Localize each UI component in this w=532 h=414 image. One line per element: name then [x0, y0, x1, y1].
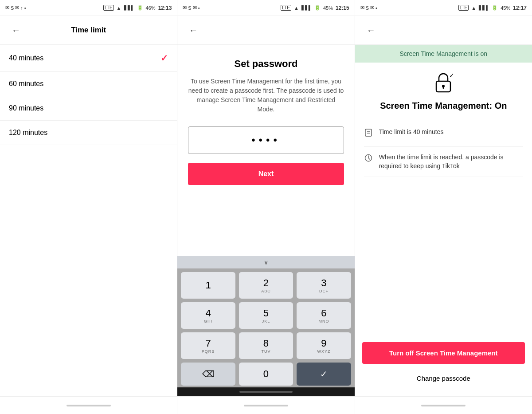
- bottom-nav-1: [0, 397, 177, 414]
- time-2: 12:15: [336, 5, 349, 11]
- stm-status-banner: Screen Time Management is on: [355, 45, 532, 63]
- numpad-0-num: 0: [263, 368, 269, 380]
- panel-set-password: ← Set password To use Screen Time Manage…: [177, 16, 355, 396]
- next-button[interactable]: Next: [188, 163, 344, 185]
- numpad-3-letters: DEF: [319, 289, 329, 293]
- numpad-key-0[interactable]: 0: [239, 363, 293, 386]
- battery-icon-1: 🔋: [137, 5, 143, 11]
- numpad-key-8[interactable]: 8 TUV: [239, 332, 293, 359]
- set-password-description: To use Screen Time Management for the fi…: [188, 77, 344, 114]
- numpad-key-4[interactable]: 4 GHI: [181, 302, 235, 329]
- status-icons-1: ✉ S ✉ ↑ •: [5, 5, 26, 11]
- battery-pct-1: 46%: [146, 5, 156, 11]
- signal-icon-1: ▋▋▌: [124, 5, 134, 10]
- numpad-7-letters: PQRS: [202, 349, 215, 354]
- numpad-grid: 1 2 ABC 3 DEF 4 GHI 5 JKL: [177, 268, 354, 387]
- set-password-title: Set password: [234, 58, 297, 70]
- panel1-back-button[interactable]: ←: [9, 23, 23, 37]
- stm-title: Screen Time Management: On: [355, 101, 532, 122]
- turn-off-button[interactable]: Turn off Screen Time Management: [362, 342, 525, 364]
- change-passcode-button[interactable]: Change passcode: [362, 369, 525, 387]
- mail-icon-2: ✉: [15, 5, 19, 11]
- dot-icon-3: •: [376, 5, 377, 11]
- clock-icon: [364, 154, 373, 166]
- numpad-3-num: 3: [321, 277, 326, 289]
- status-bar: ✉ S ✉ ↑ • LTE ▲ ▋▋▌ 🔋 46% 12:13 ✉ S ✉ • …: [0, 0, 532, 16]
- battery-pct-3: 45%: [501, 5, 510, 11]
- status-icons-2: ✉ S ✉ •: [183, 5, 200, 11]
- status-bar-panel3: ✉ S ✉ • LTE ▲ ▋▋▌ 🔋 45% 12:17: [355, 0, 532, 16]
- svg-rect-2: [443, 87, 444, 89]
- nav-icon-1: ↑: [20, 5, 23, 11]
- svg-rect-3: [365, 129, 372, 136]
- home-indicator-1: [66, 405, 111, 406]
- confirm-icon: ✓: [320, 369, 328, 379]
- numpad-confirm[interactable]: ✓: [297, 363, 351, 386]
- time-3: 12:17: [513, 5, 527, 11]
- home-indicator-3: [421, 405, 466, 406]
- panel3-back-button[interactable]: ←: [364, 23, 378, 37]
- mail-icon-5: ✉: [193, 5, 197, 11]
- stm-passcode-text: When the time limit is reached, a passco…: [379, 153, 523, 170]
- lte-label-1: LTE: [103, 5, 114, 11]
- lte-label-3: LTE: [458, 5, 469, 11]
- s-icon-1: S: [11, 5, 14, 11]
- time-option-40-label: 40 minutes: [9, 54, 43, 62]
- time-1: 12:13: [158, 5, 172, 11]
- stm-bottom-actions: Turn off Screen Time Management Change p…: [355, 335, 532, 396]
- numpad-area: ∨ 1 2 ABC 3 DEF 4 GHI: [177, 256, 354, 396]
- time-option-60-label: 60 minutes: [9, 80, 43, 88]
- bottom-nav-2: [177, 397, 355, 414]
- panel1-title: Time limit: [23, 26, 154, 35]
- numpad-key-7[interactable]: 7 PQRS: [181, 332, 235, 359]
- backspace-icon: ⌫: [202, 369, 215, 379]
- home-indicator-2: [244, 405, 288, 406]
- time-option-120-label: 120 minutes: [9, 129, 47, 137]
- numpad-backspace[interactable]: ⌫: [181, 363, 235, 386]
- numpad-2-letters: ABC: [261, 289, 271, 293]
- numpad-key-2[interactable]: 2 ABC: [239, 272, 293, 299]
- numpad-5-num: 5: [263, 308, 269, 319]
- panel3-header: ←: [355, 16, 532, 45]
- panel-stm: ← Screen Time Management is on ✓ Screen …: [355, 16, 532, 396]
- numpad-key-9[interactable]: 9 WXYZ: [297, 332, 351, 359]
- bottom-nav: [0, 396, 532, 414]
- stm-info-row-time: Time limit is 40 minutes: [364, 122, 523, 147]
- numpad-7-num: 7: [205, 338, 211, 349]
- passcode-input[interactable]: [188, 126, 344, 154]
- time-option-40-check: ✓: [160, 53, 168, 63]
- time-option-60[interactable]: 60 minutes: [0, 72, 177, 96]
- numpad-chevron[interactable]: ∨: [177, 256, 354, 268]
- panels-container: ← Time limit 40 minutes ✓ 60 minutes 90 …: [0, 16, 532, 396]
- numpad-9-letters: WXYZ: [317, 349, 330, 354]
- stm-icon-area: ✓: [355, 63, 532, 101]
- dot-icon-2: •: [198, 5, 200, 11]
- stm-info-row-clock: When the time limit is reached, a passco…: [364, 147, 523, 177]
- time-option-40[interactable]: 40 minutes ✓: [0, 45, 177, 72]
- time-option-90[interactable]: 90 minutes: [0, 96, 177, 121]
- numpad-1-num: 1: [205, 280, 211, 291]
- mail-icon-1: ✉: [5, 5, 9, 11]
- panel2-content: Set password To use Screen Time Manageme…: [177, 45, 354, 256]
- stm-time-limit-text: Time limit is 40 minutes: [379, 128, 444, 137]
- numpad-key-1[interactable]: 1: [181, 272, 235, 299]
- battery-pct-2: 45%: [323, 5, 333, 11]
- mail-icon-4: S: [188, 5, 191, 11]
- numpad-key-5[interactable]: 5 JKL: [239, 302, 293, 329]
- numpad-4-num: 4: [205, 308, 211, 319]
- panel2-back-button[interactable]: ←: [186, 23, 200, 37]
- numpad-9-num: 9: [321, 338, 326, 349]
- wifi-icon-2: ▲: [294, 5, 299, 11]
- home-bar-indicator: [239, 391, 293, 393]
- mail-icon-8: ✉: [370, 5, 374, 11]
- status-bar-panel2: ✉ S ✉ • LTE ▲ ▋▋▌ 🔋 45% 12:15: [177, 0, 355, 16]
- time-option-120[interactable]: 120 minutes: [0, 121, 177, 145]
- battery-icon-3: 🔋: [492, 5, 498, 11]
- numpad-key-6[interactable]: 6 MNO: [297, 302, 351, 329]
- stm-info-section: Time limit is 40 minutes When the time l…: [355, 122, 532, 229]
- wifi-icon-1: ▲: [117, 5, 121, 11]
- wifi-icon-3: ▲: [471, 5, 476, 11]
- numpad-key-3[interactable]: 3 DEF: [297, 272, 351, 299]
- bottom-nav-3: [355, 397, 532, 414]
- mail-icon-7: S: [366, 5, 369, 11]
